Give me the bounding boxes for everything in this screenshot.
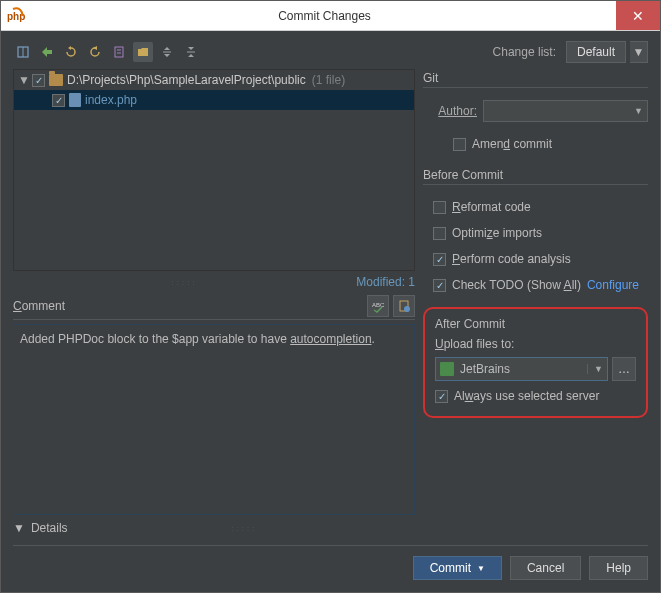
optimize-row: ✓ Optimize imports xyxy=(433,226,648,240)
group-by-directory-icon[interactable] xyxy=(133,42,153,62)
server-icon xyxy=(440,362,454,376)
file-tree[interactable]: ▼ ✓ D:\Projects\Php\SampleLaravelProject… xyxy=(13,69,415,271)
show-diff-icon[interactable] xyxy=(13,42,33,62)
tree-file-row[interactable]: ✓ index.php xyxy=(14,90,414,110)
analysis-row: ✓ Perform code analysis xyxy=(433,252,648,266)
svg-text:ABC: ABC xyxy=(372,302,385,308)
before-section-head: Before Commit xyxy=(423,168,648,185)
modified-count[interactable]: Modified: 1 xyxy=(356,275,415,289)
body: ▼ ✓ D:\Projects\Php\SampleLaravelProject… xyxy=(13,69,648,535)
browse-server-button[interactable]: … xyxy=(612,357,636,381)
amend-label: Amend commit xyxy=(472,137,552,151)
change-list-label: Change list: xyxy=(493,45,556,59)
amend-row: ✓ Amend commit xyxy=(453,137,648,151)
todo-row: ✓ Check TODO (Show All) Configure xyxy=(433,278,648,292)
rollback-icon[interactable] xyxy=(85,42,105,62)
details-label: Details xyxy=(31,521,68,535)
refresh-icon[interactable] xyxy=(61,42,81,62)
commit-message-input[interactable]: Added PHPDoc block to the $app variable … xyxy=(13,324,415,515)
always-row: ✓ Always use selected server xyxy=(435,389,636,403)
svg-point-10 xyxy=(404,306,410,312)
details-grip[interactable]: ::::: xyxy=(74,524,415,533)
php-file-icon xyxy=(69,93,81,107)
titlebar: php Commit Changes ✕ xyxy=(1,1,660,31)
details-row: ▼ Details ::::: xyxy=(13,521,415,535)
expand-all-icon[interactable] xyxy=(157,42,177,62)
splitter-grip[interactable]: ::::: xyxy=(13,278,356,287)
left-column: ▼ ✓ D:\Projects\Php\SampleLaravelProject… xyxy=(13,69,415,535)
change-list-dropdown[interactable]: ▼ xyxy=(630,41,648,63)
upload-row: JetBrains ▼ … xyxy=(435,357,636,381)
folder-icon xyxy=(49,74,63,86)
close-button[interactable]: ✕ xyxy=(616,1,660,30)
always-label: Always use selected server xyxy=(454,389,599,403)
commit-history-icon[interactable] xyxy=(393,295,415,317)
commit-button[interactable]: Commit▼ xyxy=(413,556,502,580)
reformat-checkbox[interactable]: ✓ xyxy=(433,201,446,214)
upload-server-dropdown[interactable]: JetBrains ▼ xyxy=(435,357,608,381)
optimize-label: Optimize imports xyxy=(452,226,542,240)
after-commit-section: After Commit Upload files to: JetBrains … xyxy=(423,307,648,418)
spellcheck-icon[interactable]: ABC xyxy=(367,295,389,317)
amend-checkbox[interactable]: ✓ xyxy=(453,138,466,151)
change-list-button[interactable]: Default xyxy=(566,41,626,63)
upload-label: Upload files to: xyxy=(435,337,636,351)
details-expand-icon[interactable]: ▼ xyxy=(13,521,25,535)
author-row: Author: ▼ xyxy=(423,100,648,122)
git-section-head: Git xyxy=(423,71,648,88)
always-checkbox[interactable]: ✓ xyxy=(435,390,448,403)
app-icon: php xyxy=(7,6,27,26)
right-column: Git Author: ▼ ✓ Amend commit Before Comm… xyxy=(423,69,648,535)
author-dropdown[interactable]: ▼ xyxy=(483,100,648,122)
collapse-all-icon[interactable] xyxy=(181,42,201,62)
expand-icon[interactable]: ▼ xyxy=(18,73,28,87)
reformat-row: ✓ Reformat code xyxy=(433,200,648,214)
tree-root-count: (1 file) xyxy=(312,73,345,87)
reformat-label: Reformat code xyxy=(452,200,531,214)
optimize-checkbox[interactable]: ✓ xyxy=(433,227,446,240)
toolbar: Change list: Default ▼ xyxy=(13,41,648,63)
help-button[interactable]: Help xyxy=(589,556,648,580)
button-bar: Commit▼ Cancel Help xyxy=(13,545,648,580)
new-changelist-icon[interactable] xyxy=(109,42,129,62)
server-name: JetBrains xyxy=(460,362,510,376)
todo-checkbox[interactable]: ✓ xyxy=(433,279,446,292)
tree-root-row[interactable]: ▼ ✓ D:\Projects\Php\SampleLaravelProject… xyxy=(14,70,414,90)
window-title: Commit Changes xyxy=(33,9,616,23)
move-to-changelist-icon[interactable] xyxy=(37,42,57,62)
cancel-button[interactable]: Cancel xyxy=(510,556,581,580)
todo-label: Check TODO (Show All) xyxy=(452,278,581,292)
after-section-head: After Commit xyxy=(435,317,636,333)
author-label: Author: xyxy=(423,104,477,118)
status-row: ::::: Modified: 1 xyxy=(13,275,415,289)
analysis-checkbox[interactable]: ✓ xyxy=(433,253,446,266)
tree-root-path: D:\Projects\Php\SampleLaravelProject\pub… xyxy=(67,73,306,87)
commit-changes-dialog: php Commit Changes ✕ Change list: Defaul… xyxy=(0,0,661,593)
analysis-label: Perform code analysis xyxy=(452,252,571,266)
checkbox-file[interactable]: ✓ xyxy=(52,94,65,107)
comment-heading: Comment ABC xyxy=(13,295,415,320)
checkbox-root[interactable]: ✓ xyxy=(32,74,45,87)
tree-file-name: index.php xyxy=(85,93,137,107)
todo-configure-link[interactable]: Configure xyxy=(587,278,639,292)
client-area: Change list: Default ▼ ▼ ✓ D:\Projects\P… xyxy=(1,31,660,592)
svg-rect-3 xyxy=(115,47,123,57)
